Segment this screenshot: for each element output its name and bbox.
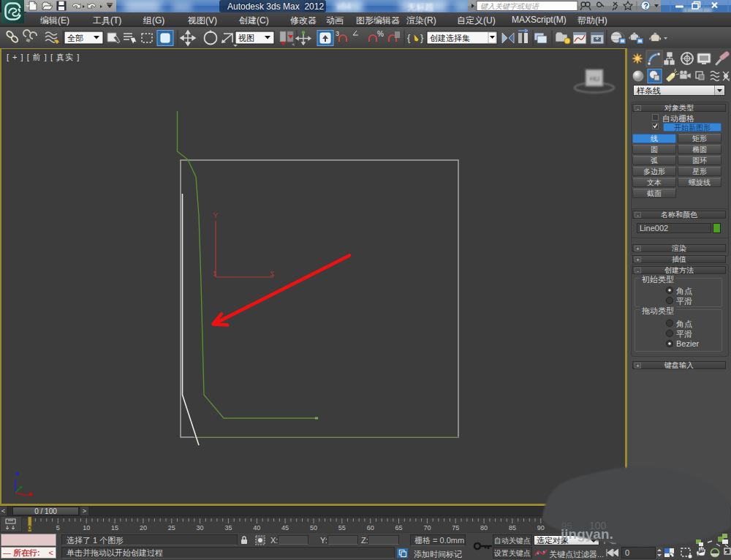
svg-text:}: }: [420, 32, 424, 43]
svg-text:65: 65: [395, 524, 402, 531]
svg-text:40: 40: [253, 524, 260, 531]
svg-text:35: 35: [224, 524, 232, 531]
svg-text:10: 10: [83, 524, 90, 531]
svg-text:HU: HU: [590, 75, 599, 83]
svg-text:60: 60: [367, 524, 374, 531]
svg-text:30: 30: [197, 524, 204, 531]
svg-text:键入关键字或短语: 键入关键字或短语: [480, 2, 539, 10]
svg-text:5: 5: [56, 524, 60, 531]
svg-text:%: %: [377, 30, 384, 38]
svg-text:?: ?: [644, 2, 648, 10]
svg-text:{: {: [407, 32, 411, 43]
svg-text:20: 20: [140, 524, 147, 531]
svg-text:80: 80: [480, 524, 488, 531]
svg-text:55: 55: [338, 524, 346, 531]
svg-text:3: 3: [336, 30, 339, 37]
svg-text:25: 25: [168, 524, 175, 531]
svg-text:全部: 全部: [67, 34, 83, 42]
svg-text:视图: 视图: [238, 34, 254, 42]
svg-text:50: 50: [310, 524, 317, 531]
svg-text:15: 15: [111, 524, 118, 531]
svg-text:45: 45: [281, 524, 289, 531]
svg-text:75: 75: [452, 524, 459, 531]
svg-text:70: 70: [423, 524, 431, 531]
svg-text:创建选择集: 创建选择集: [430, 34, 470, 42]
svg-text:0: 0: [28, 524, 31, 531]
